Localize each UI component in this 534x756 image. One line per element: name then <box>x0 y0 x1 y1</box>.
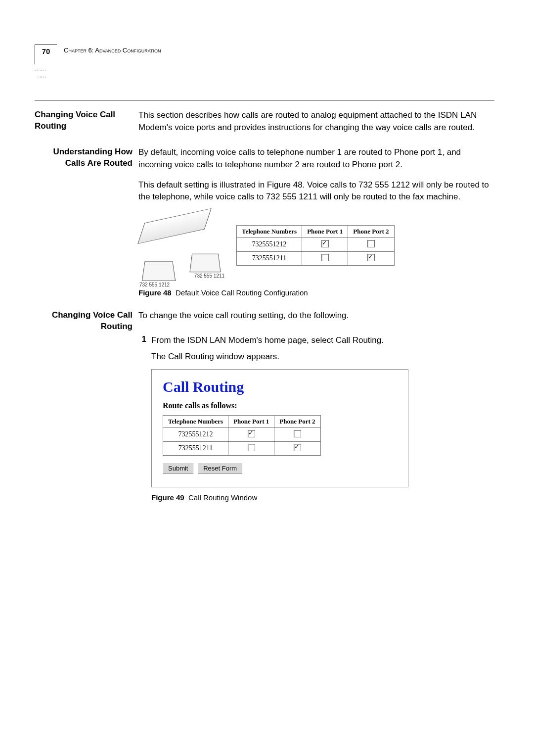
cr-r2-num: 7325551211 <box>163 441 228 455</box>
phone-port1-checkbox[interactable] <box>248 444 255 451</box>
reset-form-button[interactable]: Reset Form <box>198 463 242 474</box>
section-rule <box>35 100 494 100</box>
section2-body2: This default setting is illustrated in F… <box>138 179 494 203</box>
phone-port1-checkbox[interactable] <box>248 430 255 437</box>
figure48-illustration: 732 555 1212 732 555 1211 Telephone Numb… <box>138 208 494 283</box>
step-1: 1 From the ISDN LAN Modem's home page, s… <box>138 334 494 501</box>
phone-number-label: 732 555 1212 <box>139 282 170 287</box>
fig48-th-col1: Telephone Numbers <box>237 225 302 237</box>
modem-graphic: 732 555 1212 732 555 1211 <box>138 208 222 283</box>
phone-port2-checkbox[interactable] <box>294 444 301 451</box>
section2-title: Understanding How Calls Are Routed <box>35 146 133 169</box>
table-row: 7325551212 <box>237 237 395 251</box>
table-row: 7325551211 <box>237 251 395 265</box>
page-header: 70 ······· ····· Chapter 6: Advanced Con… <box>35 45 494 80</box>
phone-port2-checkbox[interactable] <box>294 430 301 437</box>
step1-text1: From the ISDN LAN Modem's home page, sel… <box>151 334 494 347</box>
cr-window-title: Call Routing <box>163 378 397 395</box>
checkbox-icon <box>367 254 375 261</box>
figure48-text: Default Voice Call Routing Configuration <box>176 288 308 297</box>
figure49-text: Call Routing Window <box>188 493 257 502</box>
checkbox-icon <box>367 240 375 247</box>
figure49-caption: Figure 49 Call Routing Window <box>151 493 494 502</box>
fig48-th-col3: Phone Port 2 <box>348 225 394 237</box>
submit-button[interactable]: Submit <box>163 463 193 474</box>
page-number: 70 <box>35 45 57 64</box>
section2-body1: By default, incoming voice calls to tele… <box>138 146 494 171</box>
cr-th-2: Phone Port 1 <box>228 415 274 427</box>
fax-number-label: 732 555 1211 <box>194 273 224 279</box>
cr-table: Telephone Numbers Phone Port 1 Phone Por… <box>163 415 321 456</box>
figure49-label: Figure 49 <box>151 493 184 502</box>
fig48-r1-num: 7325551212 <box>237 237 302 251</box>
figure48-caption: Figure 48 Default Voice Call Routing Con… <box>138 288 494 297</box>
cr-th-1: Telephone Numbers <box>163 415 228 427</box>
call-routing-window: Call Routing Route calls as follows: Tel… <box>151 369 408 487</box>
section1-title: Changing Voice Call Routing <box>35 109 133 132</box>
section1-body: This section describes how calls are rou… <box>138 109 494 134</box>
fig48-th-col2: Phone Port 1 <box>302 225 348 237</box>
logo-dots: ······· ····· <box>35 66 57 80</box>
checkbox-icon <box>321 240 329 247</box>
cr-th-3: Phone Port 2 <box>274 415 320 427</box>
section3-body: To change the voice call routing setting… <box>138 310 494 322</box>
table-row: 7325551211 <box>163 441 321 455</box>
chapter-label: Chapter 6: Advanced Configuration <box>64 47 161 54</box>
section3-title: Changing Voice Call Routing <box>35 310 133 332</box>
figure48-label: Figure 48 <box>138 288 172 297</box>
checkbox-icon <box>321 254 329 261</box>
cr-r1-num: 7325551212 <box>163 427 228 441</box>
step1-text2: The Call Routing window appears. <box>151 351 494 363</box>
cr-window-subtitle: Route calls as follows: <box>163 401 397 410</box>
fig48-r2-num: 7325551211 <box>237 251 302 265</box>
step-number: 1 <box>138 334 146 501</box>
fig48-table: Telephone Numbers Phone Port 1 Phone Por… <box>236 225 395 266</box>
table-row: 7325551212 <box>163 427 321 441</box>
